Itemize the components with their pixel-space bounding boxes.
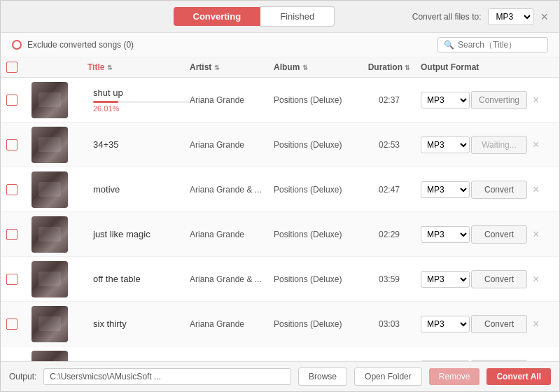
format-dropdown[interactable]: MP3AACFLAC xyxy=(421,271,470,288)
table-body: shut up 26.01% Ariana Grande Positions (… xyxy=(1,78,559,361)
album-art xyxy=(31,306,68,342)
format-dropdown[interactable]: MP3AACFLAC xyxy=(421,181,470,198)
close-button[interactable]: × xyxy=(540,10,548,23)
main-window: Converting Finished Convert all files to… xyxy=(0,0,560,392)
header-album-col[interactable]: Album ⇅ xyxy=(274,62,358,72)
browse-button[interactable]: Browse xyxy=(298,368,347,386)
output-path: C:\Users\micso\AMusicSoft ... xyxy=(43,368,291,385)
search-icon: 🔍 xyxy=(444,40,454,50)
format-cell: MP3AACFLAC Convert xyxy=(421,270,533,288)
track-album: Positions (Deluxe) xyxy=(274,185,358,195)
track-duration: 03:03 xyxy=(358,319,421,329)
track-title-cell: just like magic xyxy=(88,229,190,239)
delete-cell: × xyxy=(533,228,554,241)
delete-button[interactable]: × xyxy=(533,94,539,106)
format-cell: MP3AACFLAC Convert xyxy=(421,181,533,199)
convert-button[interactable]: Convert xyxy=(471,315,527,333)
row-checkbox[interactable] xyxy=(6,184,31,195)
delete-cell: × xyxy=(533,94,554,106)
track-duration: 03:59 xyxy=(358,274,421,284)
header: Converting Finished Convert all files to… xyxy=(1,1,559,33)
footer: Output: C:\Users\micso\AMusicSoft ... Br… xyxy=(1,361,559,391)
table-row: six thirty Ariana Grande Positions (Delu… xyxy=(1,302,559,346)
format-select-header[interactable]: MP3 AAC FLAC WAV xyxy=(488,8,533,25)
table-row: safety net (feat. Ty ... Ariana Grande P… xyxy=(1,346,559,361)
format-dropdown[interactable]: MP3AACFLAC xyxy=(421,226,470,243)
tab-finished[interactable]: Finished xyxy=(260,6,335,27)
header-right: Convert all files to: MP3 AAC FLAC WAV × xyxy=(412,8,548,25)
open-folder-button[interactable]: Open Folder xyxy=(354,368,422,386)
track-artist: Ariana Grande xyxy=(190,95,274,105)
table-row: 34+35 Ariana Grande Positions (Deluxe) 0… xyxy=(1,122,559,167)
row-checkbox[interactable] xyxy=(6,94,31,106)
tab-group: Converting Finished xyxy=(174,6,335,27)
delete-cell: × xyxy=(533,318,554,330)
convert-button[interactable]: Convert xyxy=(471,225,527,244)
album-art xyxy=(31,172,68,208)
row-checkbox[interactable] xyxy=(6,139,31,150)
track-title-cell: six thirty xyxy=(88,318,190,329)
delete-button[interactable]: × xyxy=(533,228,539,241)
table-row: just like magic Ariana Grande Positions … xyxy=(1,212,559,257)
track-album: Positions (Deluxe) xyxy=(274,95,358,105)
track-duration: 02:53 xyxy=(358,140,421,150)
delete-cell: × xyxy=(533,183,554,196)
album-art xyxy=(31,82,68,118)
format-cell: MP3AACFLAC Convert xyxy=(421,315,533,333)
album-art xyxy=(31,127,68,163)
delete-button[interactable]: × xyxy=(533,183,539,196)
remove-button[interactable]: Remove xyxy=(429,368,480,385)
track-title: motive xyxy=(93,184,190,195)
track-artist: Ariana Grande & ... xyxy=(190,274,274,284)
convert-all-files-label: Convert all files to: xyxy=(412,12,482,22)
format-cell: MP3AACFLAC Converting xyxy=(421,91,533,109)
track-album: Positions (Deluxe) xyxy=(274,319,358,329)
header-checkbox-col[interactable] xyxy=(6,62,31,73)
tab-converting[interactable]: Converting xyxy=(174,7,261,26)
waiting-button[interactable]: Waiting... xyxy=(471,136,527,154)
album-art xyxy=(31,216,68,253)
track-title: 34+35 xyxy=(93,139,190,150)
search-input[interactable] xyxy=(458,40,542,50)
delete-button[interactable]: × xyxy=(533,139,539,151)
delete-button[interactable]: × xyxy=(533,273,539,286)
delete-cell: × xyxy=(533,273,554,286)
header-artist-col[interactable]: Artist ⇅ xyxy=(190,62,274,72)
track-title-cell: off the table xyxy=(88,274,190,284)
progress-bar-fill xyxy=(93,101,118,103)
convert-all-button[interactable]: Convert All xyxy=(486,368,551,385)
album-art xyxy=(31,351,68,362)
convert-button[interactable]: Convert xyxy=(471,181,527,199)
header-duration-col[interactable]: Duration ⇅ xyxy=(358,62,421,72)
artist-sort-icon: ⇅ xyxy=(214,64,220,71)
header-title-col[interactable]: Title ⇅ xyxy=(88,62,190,72)
track-title: off the table xyxy=(93,274,190,284)
track-duration: 02:47 xyxy=(358,185,421,195)
search-box: 🔍 xyxy=(438,37,548,52)
output-label: Output: xyxy=(9,372,36,382)
row-checkbox[interactable] xyxy=(6,318,31,330)
album-sort-icon: ⇅ xyxy=(302,64,308,71)
track-album: Positions (Deluxe) xyxy=(274,274,358,284)
track-duration: 02:29 xyxy=(358,230,421,239)
exclude-row: Exclude converted songs (0) xyxy=(12,40,134,50)
format-dropdown[interactable]: MP3AACFLAC xyxy=(421,92,470,108)
exclude-circle-icon xyxy=(12,40,22,50)
row-checkbox[interactable] xyxy=(6,274,31,285)
track-title: just like magic xyxy=(93,229,190,239)
convert-button[interactable]: Convert xyxy=(471,270,527,288)
track-title: shut up xyxy=(93,88,190,98)
track-artist: Ariana Grande & ... xyxy=(190,185,274,195)
sub-header: Exclude converted songs (0) 🔍 xyxy=(1,33,559,57)
format-cell: MP3AACFLAC Convert xyxy=(421,225,533,244)
format-dropdown[interactable]: MP3AACFLAC xyxy=(421,136,470,153)
row-checkbox[interactable] xyxy=(6,229,31,240)
delete-cell: × xyxy=(533,139,554,151)
format-dropdown[interactable]: MP3AACFLAC xyxy=(421,316,470,332)
track-artist: Ariana Grande xyxy=(190,319,274,329)
converting-button[interactable]: Converting xyxy=(471,91,527,109)
track-title-cell: shut up 26.01% xyxy=(88,88,190,113)
title-sort-icon: ⇅ xyxy=(107,64,113,71)
table-row: off the table Ariana Grande & ... Positi… xyxy=(1,257,559,302)
delete-button[interactable]: × xyxy=(533,318,539,330)
